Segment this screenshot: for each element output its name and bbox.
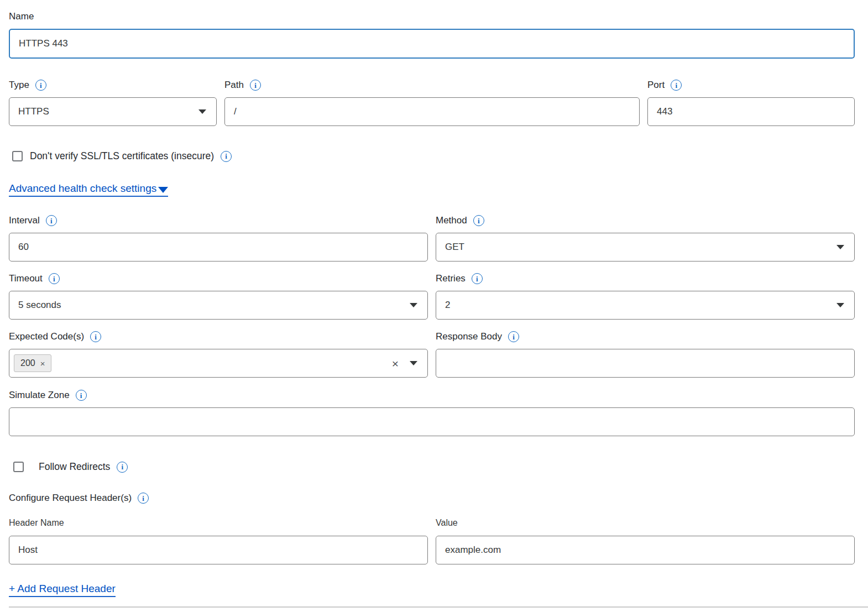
- retries-select[interactable]: 2: [436, 291, 855, 320]
- interval-label: Interval i: [9, 214, 428, 227]
- chevron-down-icon: [836, 245, 844, 249]
- clear-all-icon[interactable]: ×: [392, 358, 399, 369]
- advanced-settings-link-text: Advanced health check settings: [9, 182, 156, 195]
- request-headers-section-text: Configure Request Header(s): [9, 491, 132, 505]
- interval-field: Interval i: [9, 214, 428, 261]
- simulate-zone-label: Simulate Zone i: [9, 389, 855, 402]
- response-body-input[interactable]: [436, 349, 855, 378]
- type-select[interactable]: HTTPS: [9, 97, 217, 126]
- expected-codes-info-icon[interactable]: i: [90, 331, 101, 342]
- advanced-settings-link[interactable]: Advanced health check settings: [9, 182, 168, 197]
- timeout-select-value: 5 seconds: [18, 300, 61, 311]
- port-input[interactable]: [647, 97, 855, 126]
- method-select[interactable]: GET: [436, 233, 855, 261]
- triangle-down-icon: [158, 187, 168, 193]
- port-field: Port i: [647, 79, 855, 126]
- follow-redirects-label: Follow Redirects: [39, 461, 110, 473]
- retries-label-text: Retries: [436, 272, 466, 285]
- verify-ssl-checkbox[interactable]: [12, 151, 23, 161]
- header-name-column-label: Header Name: [9, 518, 428, 528]
- verify-ssl-row: Don't verify SSL/TLS certificates (insec…: [12, 150, 855, 162]
- chevron-down-icon[interactable]: [410, 361, 417, 365]
- timeout-field: Timeout i 5 seconds: [9, 272, 428, 320]
- chevron-down-icon: [198, 109, 206, 114]
- port-info-icon[interactable]: i: [671, 80, 682, 91]
- type-field: Type i HTTPS: [9, 79, 217, 126]
- name-label-text: Name: [9, 10, 34, 23]
- codes-body-row: Expected Code(s) i 200 × × Response Body…: [9, 330, 855, 378]
- path-label-text: Path: [224, 79, 244, 92]
- path-label: Path i: [224, 79, 640, 92]
- port-label: Port i: [647, 79, 855, 92]
- expected-codes-multiselect[interactable]: 200 × ×: [9, 349, 428, 378]
- header-name-input[interactable]: [9, 536, 428, 564]
- timeout-label-text: Timeout: [9, 272, 43, 285]
- retries-select-value: 2: [445, 300, 450, 311]
- header-name-field: Header Name: [9, 518, 428, 564]
- path-input[interactable]: [224, 97, 640, 126]
- response-body-field: Response Body i: [436, 330, 855, 378]
- timeout-retries-row: Timeout i 5 seconds Retries i 2: [9, 272, 855, 320]
- simulate-zone-info-icon[interactable]: i: [76, 390, 87, 401]
- port-label-text: Port: [647, 79, 665, 92]
- method-select-value: GET: [445, 242, 464, 253]
- header-value-field: Value: [436, 518, 855, 564]
- expected-codes-field: Expected Code(s) i 200 × ×: [9, 330, 428, 378]
- code-tag: 200 ×: [14, 354, 51, 372]
- retries-field: Retries i 2: [436, 272, 855, 320]
- add-header-row: + Add Request Header: [9, 583, 855, 597]
- follow-redirects-checkbox[interactable]: [13, 462, 24, 472]
- type-path-port-row: Type i HTTPS Path i Port i: [9, 79, 855, 126]
- interval-info-icon[interactable]: i: [46, 215, 57, 226]
- follow-redirects-info-icon[interactable]: i: [117, 462, 128, 473]
- method-info-icon[interactable]: i: [473, 215, 484, 226]
- interval-input[interactable]: [9, 233, 428, 261]
- verify-ssl-label: Don't verify SSL/TLS certificates (insec…: [30, 150, 214, 162]
- simulate-zone-input[interactable]: [9, 407, 855, 436]
- retries-info-icon[interactable]: i: [472, 273, 483, 284]
- request-headers-info-icon[interactable]: i: [138, 493, 149, 504]
- code-tag-value: 200: [20, 358, 35, 368]
- simulate-zone-field: Simulate Zone i: [9, 389, 855, 436]
- retries-label: Retries i: [436, 272, 855, 285]
- request-headers-section-label: Configure Request Header(s) i: [9, 491, 855, 505]
- health-check-form: Name Type i HTTPS Path i Port i: [0, 0, 868, 608]
- section-divider: [9, 606, 868, 608]
- header-value-input[interactable]: [436, 536, 855, 564]
- timeout-select[interactable]: 5 seconds: [9, 291, 428, 320]
- chevron-down-icon: [410, 303, 417, 307]
- path-info-icon[interactable]: i: [250, 80, 261, 91]
- chevron-down-icon: [836, 303, 844, 307]
- name-label: Name: [9, 10, 855, 23]
- response-body-info-icon[interactable]: i: [508, 331, 519, 342]
- type-select-value: HTTPS: [18, 106, 49, 117]
- method-label: Method i: [436, 214, 855, 227]
- type-label: Type i: [9, 79, 217, 92]
- response-body-label: Response Body i: [436, 330, 855, 343]
- header-value-column-label: Value: [436, 518, 855, 528]
- tag-remove-icon[interactable]: ×: [40, 359, 45, 368]
- advanced-settings-row: Advanced health check settings: [9, 182, 855, 197]
- response-body-label-text: Response Body: [436, 330, 502, 343]
- expected-codes-label-text: Expected Code(s): [9, 330, 84, 343]
- interval-method-row: Interval i Method i GET: [9, 214, 855, 261]
- expected-codes-label: Expected Code(s) i: [9, 330, 428, 343]
- follow-redirects-row: Follow Redirects i: [13, 461, 855, 473]
- name-input[interactable]: [9, 29, 855, 59]
- method-field: Method i GET: [436, 214, 855, 261]
- simulate-zone-label-text: Simulate Zone: [9, 389, 70, 402]
- verify-ssl-info-icon[interactable]: i: [221, 151, 232, 162]
- timeout-info-icon[interactable]: i: [49, 273, 60, 284]
- interval-label-text: Interval: [9, 214, 40, 227]
- timeout-label: Timeout i: [9, 272, 428, 285]
- type-label-text: Type: [9, 79, 29, 92]
- add-request-header-link[interactable]: + Add Request Header: [9, 583, 116, 597]
- request-header-row: Header Name Value: [9, 518, 855, 564]
- method-label-text: Method: [436, 214, 467, 227]
- type-info-icon[interactable]: i: [35, 80, 46, 91]
- path-field: Path i: [224, 79, 640, 126]
